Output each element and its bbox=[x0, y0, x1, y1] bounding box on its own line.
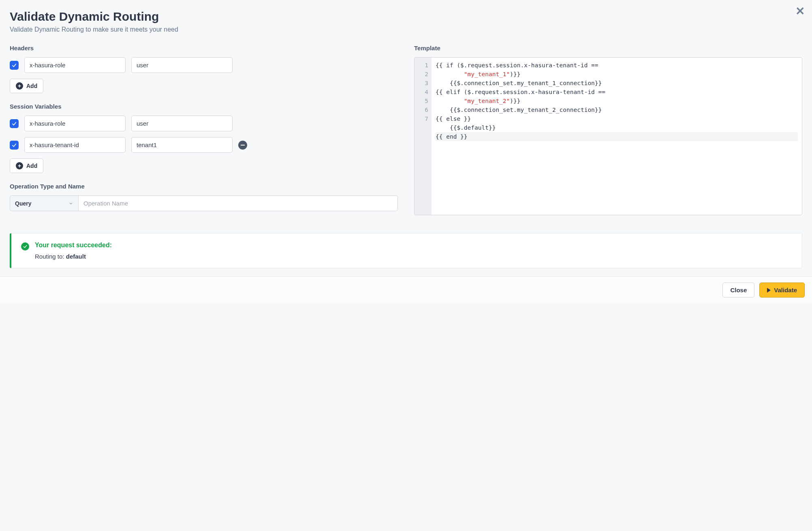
plus-circle-icon: + bbox=[16, 82, 23, 90]
operation-section-label: Operation Type and Name bbox=[10, 183, 398, 190]
left-column: Headers + Add Session Variables bbox=[10, 45, 398, 221]
routing-line: Routing to: default bbox=[35, 253, 112, 260]
routing-prefix: Routing to: bbox=[35, 253, 66, 260]
operation-type-value: Query bbox=[15, 200, 31, 207]
close-icon[interactable]: ✕ bbox=[795, 6, 805, 17]
remove-row-icon[interactable] bbox=[238, 141, 247, 150]
editor-code[interactable]: {{ if ($.request.session.x-hasura-tenant… bbox=[432, 58, 802, 215]
operation-type-select[interactable]: Query bbox=[10, 195, 79, 211]
editor-gutter: 1234567 bbox=[415, 58, 432, 215]
result-panel: Your request succeeded: Routing to: defa… bbox=[10, 233, 802, 268]
add-button-label: Add bbox=[26, 83, 37, 89]
session-var-row bbox=[10, 116, 398, 131]
validate-dynamic-routing-modal: ✕ Validate Dynamic Routing Validate Dyna… bbox=[0, 0, 812, 268]
result-body: Your request succeeded: Routing to: defa… bbox=[35, 242, 112, 260]
add-button-label: Add bbox=[26, 163, 37, 169]
play-icon bbox=[767, 288, 771, 293]
header-value-input[interactable] bbox=[131, 57, 233, 73]
operation-group: Query bbox=[10, 195, 398, 211]
header-row bbox=[10, 57, 398, 73]
session-var-value-input[interactable] bbox=[131, 137, 233, 153]
success-title: Your request succeeded: bbox=[35, 242, 112, 249]
modal-subtitle: Validate Dynamic Routing to make sure it… bbox=[10, 26, 802, 33]
session-var-checkbox[interactable] bbox=[10, 141, 19, 150]
validate-button[interactable]: Validate bbox=[759, 283, 805, 298]
modal-footer: Close Validate bbox=[0, 276, 812, 303]
session-var-value-input[interactable] bbox=[131, 116, 233, 131]
session-var-key-input[interactable] bbox=[24, 116, 126, 131]
session-vars-section-label: Session Variables bbox=[10, 103, 398, 110]
session-var-key-input[interactable] bbox=[24, 137, 126, 153]
header-key-input[interactable] bbox=[24, 57, 126, 73]
validate-button-label: Validate bbox=[774, 287, 797, 293]
add-session-var-button[interactable]: + Add bbox=[10, 158, 43, 173]
template-editor[interactable]: 1234567 {{ if ($.request.session.x-hasur… bbox=[414, 57, 802, 215]
plus-circle-icon: + bbox=[16, 162, 23, 169]
right-column: Template 1234567 {{ if ($.request.sessio… bbox=[414, 45, 802, 221]
close-button-label: Close bbox=[730, 287, 747, 293]
session-var-checkbox[interactable] bbox=[10, 119, 19, 128]
routing-target: default bbox=[66, 253, 86, 260]
close-button[interactable]: Close bbox=[722, 283, 754, 298]
add-header-button[interactable]: + Add bbox=[10, 79, 43, 93]
chevron-down-icon bbox=[68, 201, 73, 206]
check-circle-icon bbox=[21, 242, 29, 251]
template-section-label: Template bbox=[414, 45, 802, 51]
header-checkbox[interactable] bbox=[10, 61, 19, 70]
modal-title: Validate Dynamic Routing bbox=[10, 10, 802, 24]
session-var-row bbox=[10, 137, 398, 153]
headers-section-label: Headers bbox=[10, 45, 398, 51]
operation-name-input[interactable] bbox=[79, 195, 398, 211]
